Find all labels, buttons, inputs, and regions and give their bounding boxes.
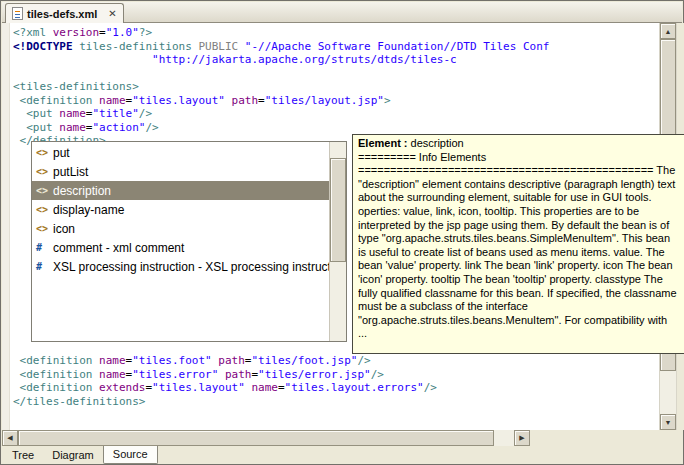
code-token: <put (13, 107, 59, 120)
tab-close-icon[interactable]: ✕ (108, 8, 116, 19)
code-area-bottom[interactable]: <definition name="tiles.foot" path="tile… (13, 354, 658, 408)
doc-title-label: Element : (358, 137, 408, 149)
completion-item-label: put (53, 146, 70, 160)
code-area-top[interactable]: <?xml version="1.0"?><!DOCTYPE tiles-def… (13, 26, 658, 148)
editor-tab[interactable]: tiles-defs.xml ✕ (5, 3, 124, 23)
code-token (13, 53, 152, 66)
code-token: path (212, 354, 245, 367)
doc-title-value: description (411, 137, 464, 149)
horizontal-scroll-thumb[interactable] (18, 430, 494, 446)
annotation-ruler (2, 23, 10, 430)
code-token: name (59, 107, 86, 120)
tab-diagram[interactable]: Diagram (43, 446, 103, 464)
code-token: name (99, 368, 126, 381)
element-proposal-icon: <> (36, 185, 53, 196)
code-token: "http://jakarta.apache.org/struts/dtds/t… (152, 53, 457, 66)
code-token: name (99, 94, 126, 107)
code-token: PUBLIC (198, 40, 244, 53)
code-line (13, 67, 658, 81)
completion-item-label: XSL processing instruction - XSL process… (53, 260, 329, 274)
horizontal-scrollbar[interactable]: ◀ ▶ (2, 430, 530, 446)
code-token: "tiles.layout.errors" (285, 381, 424, 394)
code-token: <!DOCTYPE (13, 40, 79, 53)
code-token: "tiles.layout" (152, 381, 245, 394)
code-token: extends (99, 381, 145, 394)
tab-tree[interactable]: Tree (3, 446, 43, 464)
element-proposal-icon: <> (36, 147, 53, 158)
code-token: name (245, 381, 278, 394)
code-token: <definition (13, 381, 99, 394)
code-token: <put (13, 121, 59, 134)
code-token: "tiles/error.jsp" (258, 368, 371, 381)
code-token: </tiles-definitions> (13, 395, 145, 408)
completion-item-label: display-name (53, 203, 124, 217)
code-token: "-//Apache Software Foundation//DTD Tile… (245, 40, 550, 53)
code-token: "tiles/layout.jsp" (265, 94, 384, 107)
code-token: <definition (13, 368, 99, 381)
completion-item-putlist[interactable]: <>putList (32, 162, 329, 181)
popup-scroll-thumb[interactable] (330, 158, 346, 262)
doc-body-text: ========================================… (358, 164, 679, 327)
code-token: /> (424, 381, 437, 394)
code-token: path (225, 94, 258, 107)
code-token: = (278, 381, 285, 394)
completion-item-put[interactable]: <>put (32, 143, 329, 162)
popup-scrollbar[interactable] (329, 142, 346, 341)
scroll-right-icon[interactable]: ▶ (514, 430, 530, 446)
completion-item-xsl[interactable]: #XSL processing instruction - XSL proces… (32, 257, 329, 276)
code-token: "tiles.error" (132, 368, 218, 381)
code-line: <definition name="tiles.error" path="til… (13, 368, 658, 382)
element-proposal-icon: <> (36, 223, 53, 234)
completion-item-description[interactable]: <>description (32, 181, 329, 200)
doc-info-line: ========= Info Elements (358, 151, 679, 165)
completion-item-display-name[interactable]: <>display-name (32, 200, 329, 219)
code-token: <definition (13, 94, 99, 107)
editor-window: tiles-defs.xml ✕ <?xml version="1.0"?><!… (0, 0, 684, 465)
code-line: "http://jakarta.apache.org/struts/dtds/t… (13, 53, 658, 67)
code-token: = (258, 94, 265, 107)
completion-item-icon[interactable]: <>icon (32, 219, 329, 238)
code-line: <put name="action"/> (13, 121, 658, 135)
code-token: "1.0" (106, 26, 139, 39)
doc-tooltip: Element :description ========= Info Elem… (352, 134, 684, 354)
scroll-left-icon[interactable]: ◀ (2, 430, 18, 446)
doc-tooltip-title: Element :description (358, 137, 679, 151)
completion-item-label: comment - xml comment (53, 241, 184, 255)
element-proposal-icon: <> (36, 166, 53, 177)
editor-tab-title: tiles-defs.xml (27, 8, 97, 20)
completion-item-label: description (53, 184, 111, 198)
code-token: > (384, 94, 391, 107)
code-token: = (99, 26, 106, 39)
completion-list[interactable]: <>put<>putList<>description<>display-nam… (32, 143, 329, 341)
code-token: name (59, 121, 86, 134)
code-line: <definition extends="tiles.layout" name=… (13, 381, 658, 395)
code-token: <definition (13, 354, 99, 367)
completion-item-comment[interactable]: #comment - xml comment (32, 238, 329, 257)
code-line: <definition name="tiles.layout" path="ti… (13, 94, 658, 108)
code-line: <!DOCTYPE tiles-definitions PUBLIC "-//A… (13, 40, 658, 54)
code-token: <?xml (13, 26, 53, 39)
code-token: /> (139, 107, 152, 120)
bottom-tab-bar: TreeDiagramSource (3, 446, 158, 464)
editor-tab-bar: tiles-defs.xml ✕ (2, 2, 682, 23)
code-token: /> (145, 121, 158, 134)
code-token: tiles-definitions (79, 40, 198, 53)
code-token: path (218, 368, 251, 381)
code-token: "tiles.foot" (132, 354, 211, 367)
doc-truncation: ... (358, 327, 679, 341)
completion-item-label: icon (53, 222, 75, 236)
tab-source[interactable]: Source (103, 446, 158, 464)
code-token: "tiles.layout" (132, 94, 225, 107)
template-proposal-icon: # (36, 261, 53, 272)
code-line: <tiles-definitions> (13, 80, 658, 94)
code-line: <definition name="tiles.foot" path="tile… (13, 354, 658, 368)
scroll-down-icon[interactable]: ▼ (660, 414, 676, 430)
code-line: </tiles-definitions> (13, 395, 658, 409)
xml-file-icon (12, 7, 23, 20)
code-line: <?xml version="1.0"?> (13, 26, 658, 40)
code-token: "tiles/foot.jsp" (251, 354, 357, 367)
scroll-up-icon[interactable]: ▲ (660, 23, 676, 39)
code-token: /> (371, 368, 384, 381)
code-token: version (53, 26, 99, 39)
code-token: "action" (92, 121, 145, 134)
